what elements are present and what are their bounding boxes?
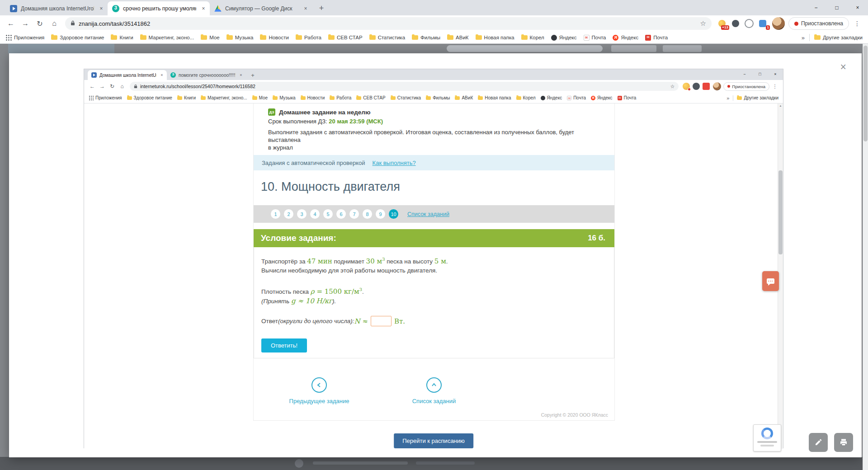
- extension-icon[interactable]: [730, 18, 741, 29]
- bookmark-item[interactable]: АВиК: [447, 35, 468, 40]
- inner-tab-znanija[interactable]: помогите срочнооооооо!!!!!!!!! ×: [167, 70, 246, 80]
- back-button[interactable]: ←: [88, 82, 97, 91]
- bookmark-item[interactable]: Здоровое питание: [127, 95, 172, 100]
- bookmark-item[interactable]: Почта: [584, 35, 606, 41]
- maximize-button[interactable]: □: [826, 0, 847, 15]
- scrollbar-thumb[interactable]: [778, 170, 783, 254]
- bookmark-star-icon[interactable]: ☆: [700, 19, 706, 28]
- tab-close-icon[interactable]: ×: [200, 5, 207, 12]
- tasks-list-button[interactable]: Список заданий: [396, 377, 472, 404]
- minimize-button[interactable]: −: [737, 69, 752, 79]
- answer-button[interactable]: Ответить!: [261, 338, 307, 352]
- tab-interneturok[interactable]: Домашняя школа InternetUrok ×: [5, 1, 108, 15]
- task-number-3[interactable]: 3: [297, 209, 307, 219]
- tab-close-icon[interactable]: ×: [238, 73, 244, 77]
- lightbox-close-icon[interactable]: ×: [840, 62, 846, 71]
- bookmark-item[interactable]: Корел: [521, 35, 544, 40]
- bookmark-item[interactable]: Почта: [567, 95, 586, 100]
- bookmark-item[interactable]: Почта: [645, 35, 668, 41]
- tab-close-icon[interactable]: ×: [302, 5, 309, 12]
- bookmark-item[interactable]: Музыка: [226, 35, 254, 40]
- forward-button[interactable]: →: [98, 82, 107, 91]
- other-bookmarks-button[interactable]: Другие закладки: [814, 35, 863, 40]
- new-tab-button[interactable]: +: [316, 2, 327, 14]
- maximize-button[interactable]: □: [752, 69, 768, 79]
- bookmark-item[interactable]: Новая папка: [476, 35, 514, 40]
- task-number-10-active[interactable]: 10: [389, 209, 398, 219]
- tasks-list-link[interactable]: Список заданий: [407, 211, 449, 217]
- bookmark-item[interactable]: Яндекс: [541, 95, 562, 100]
- recaptcha-badge[interactable]: [753, 424, 781, 451]
- reload-button[interactable]: ↻: [108, 82, 117, 91]
- bookmark-item[interactable]: Новости: [301, 95, 325, 100]
- tab-znanija[interactable]: срочно решить прошу умоляю ×: [108, 1, 210, 15]
- task-number-9[interactable]: 9: [376, 209, 385, 219]
- close-window-button[interactable]: ×: [847, 0, 868, 15]
- chat-widget-button[interactable]: [762, 271, 779, 291]
- bookmark-item[interactable]: Яндекс: [591, 95, 613, 100]
- bookmark-item[interactable]: Книги: [111, 35, 133, 40]
- task-number-7[interactable]: 7: [349, 209, 359, 219]
- task-number-5[interactable]: 5: [323, 209, 333, 219]
- bookmark-item[interactable]: Статистика: [391, 95, 421, 100]
- bookmark-item[interactable]: СЕВ СТАР: [328, 35, 363, 40]
- bookmarks-overflow-icon[interactable]: »: [802, 34, 805, 41]
- bookmarks-overflow-icon[interactable]: »: [726, 95, 729, 101]
- task-number-6[interactable]: 6: [336, 209, 346, 219]
- extension-icon[interactable]: 1: [757, 18, 768, 29]
- bookmark-item[interactable]: Фильмы: [412, 35, 440, 40]
- bookmark-item[interactable]: Здоровое питание: [51, 35, 104, 40]
- how-to-link[interactable]: Как выполнять?: [373, 160, 416, 166]
- bookmark-item[interactable]: Маркетинг, эконо...: [140, 35, 194, 40]
- extension-icon[interactable]: [744, 18, 755, 29]
- bookmark-item[interactable]: Почта: [618, 95, 637, 100]
- bookmark-item[interactable]: Корел: [516, 95, 536, 100]
- previous-task-button[interactable]: Предыдущее задание: [281, 377, 358, 404]
- bookmark-item[interactable]: Фильмы: [426, 95, 450, 100]
- bookmark-star-icon[interactable]: ☆: [670, 84, 675, 89]
- tab-close-icon[interactable]: ×: [159, 73, 165, 77]
- sync-paused-button[interactable]: Приостановлена: [788, 17, 849, 30]
- task-number-4[interactable]: 4: [310, 209, 320, 219]
- extension-icon[interactable]: [683, 83, 690, 90]
- sync-paused-button[interactable]: Приостановлена: [723, 82, 769, 91]
- bookmark-item[interactable]: Яндекс: [551, 35, 577, 41]
- address-bar[interactable]: znanija.com/task/35141862 ☆: [65, 17, 712, 30]
- home-button[interactable]: ⌂: [48, 17, 61, 30]
- reload-button[interactable]: ↻: [33, 17, 46, 30]
- bookmark-item[interactable]: Музыка: [273, 95, 295, 100]
- extension-icon[interactable]: [693, 83, 700, 90]
- minimize-button[interactable]: −: [806, 0, 826, 15]
- scrollbar-thumb[interactable]: [863, 46, 868, 141]
- task-number-1[interactable]: 1: [271, 209, 280, 219]
- menu-icon[interactable]: ⋮: [770, 82, 779, 91]
- edit-button[interactable]: [809, 433, 828, 452]
- tab-gdrive[interactable]: Симулятор — Google Диск ×: [210, 1, 312, 15]
- bookmark-item[interactable]: Новости: [260, 35, 289, 40]
- tab-close-icon[interactable]: ×: [98, 5, 105, 12]
- bookmark-item[interactable]: СЕВ СТАР: [356, 95, 385, 100]
- go-to-schedule-button[interactable]: Перейти к расписанию: [394, 433, 473, 448]
- scroll-up-icon[interactable]: ▲: [778, 104, 783, 107]
- bookmark-item[interactable]: Новая папка: [478, 95, 511, 100]
- bookmark-item[interactable]: Работа: [330, 95, 351, 100]
- inner-address-bar[interactable]: interneturok.ru/school/lesson/25407/home…: [130, 82, 679, 91]
- bookmark-item[interactable]: АВиК: [455, 95, 473, 100]
- bookmark-item[interactable]: Яндекс: [613, 35, 638, 41]
- tasks-list-label[interactable]: Список заданий: [396, 398, 472, 404]
- bookmark-item[interactable]: Приложения: [89, 95, 122, 100]
- answer-input[interactable]: [371, 316, 392, 326]
- previous-task-circle[interactable]: [311, 377, 327, 393]
- back-button[interactable]: ←: [5, 17, 17, 30]
- profile-avatar[interactable]: [772, 17, 785, 30]
- bookmark-item[interactable]: Книги: [177, 95, 196, 100]
- bookmark-item[interactable]: Приложения: [5, 34, 44, 41]
- new-tab-button[interactable]: +: [249, 71, 257, 79]
- previous-task-label[interactable]: Предыдущее задание: [281, 398, 358, 404]
- close-window-button[interactable]: ×: [768, 69, 783, 79]
- page-scrollbar[interactable]: [863, 44, 868, 470]
- home-button[interactable]: ⌂: [118, 82, 127, 91]
- task-number-2[interactable]: 2: [284, 209, 293, 219]
- bookmark-item[interactable]: Статистика: [369, 35, 405, 40]
- task-number-8[interactable]: 8: [363, 209, 372, 219]
